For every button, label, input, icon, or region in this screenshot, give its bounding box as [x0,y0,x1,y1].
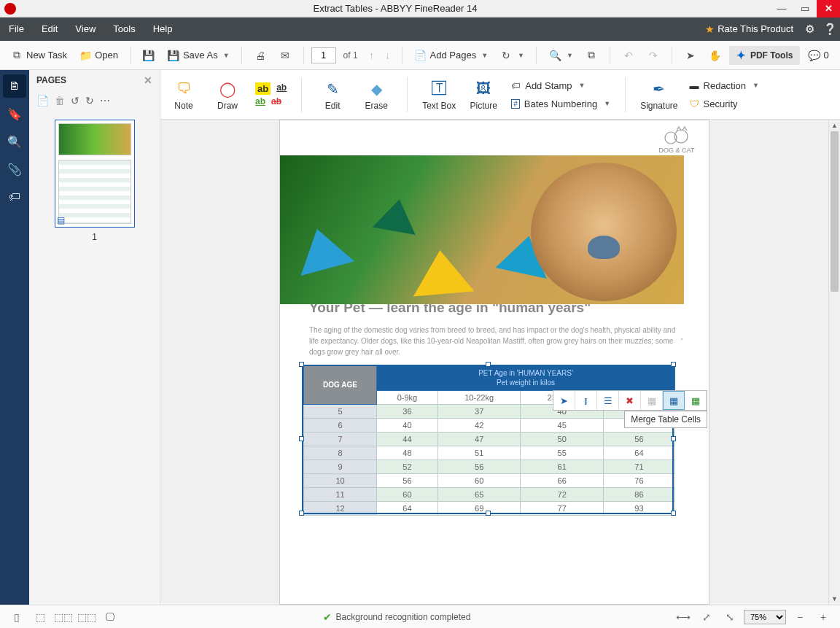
more-icon[interactable]: ⋯ [100,95,110,106]
redaction-button[interactable]: ▬Redaction▼ [690,79,759,93]
fit-width-button[interactable]: ⟷ [674,609,693,625]
nav-search[interactable]: 🔍 [3,130,26,153]
page-up-icon[interactable]: ↑ [365,49,378,62]
minimize-button[interactable]: — [770,0,793,18]
dog-age-table[interactable]: DOG AGEPET Age in 'HUMAN YEARS'Pet weigh… [303,365,675,516]
nav-attachments[interactable]: 📎 [3,158,26,181]
strikethrough-icon[interactable]: ab [271,96,281,106]
menu-view[interactable]: View [66,18,104,41]
picture-icon: 🖼 [473,79,494,99]
underline-icon[interactable]: ab [276,82,287,95]
scroll-up-icon[interactable]: ▲ [829,120,840,131]
zoom-out-button[interactable]: − [790,609,809,625]
page-down-icon[interactable]: ↓ [381,49,394,62]
open-button[interactable]: 📁Open [74,46,122,65]
close-button[interactable]: ✕ [817,0,840,18]
view-continuous[interactable]: ⬚ [31,609,50,625]
main-toolbar: ⧉New Task 📁Open 💾 💾Save As▼ 🖨 ✉ of 1 ↑ ↓… [0,41,840,70]
selection-handle[interactable] [299,511,304,516]
security-button[interactable]: 🛡Security [690,97,759,111]
scroll-down-icon[interactable]: ▼ [829,593,840,605]
signature-button[interactable]: ✒Signature [640,79,677,111]
nav-bookmarks[interactable]: 🔖 [3,102,26,125]
comments-button[interactable]: 💬0 [803,46,833,65]
email-button[interactable]: ✉ [274,46,296,65]
edit-icon: ✎ [322,79,343,99]
rotate-right-icon[interactable]: ↻ [85,95,94,106]
selection-handle[interactable] [671,436,676,441]
chevron-down-icon: ▼ [567,52,573,59]
delete-page-icon[interactable]: 🗑 [55,95,65,106]
page-number-input[interactable] [311,47,336,63]
help-icon[interactable]: ❔ [820,23,840,36]
titlebar: Extract Tables - ABBYY FineReader 14 — ▭… [0,0,840,18]
undo-button[interactable]: ↶ [618,46,639,65]
edit-button[interactable]: ✎Edit [316,79,349,111]
find-button[interactable]: 🔍▼ [544,46,578,65]
undo-icon: ↶ [622,49,635,62]
selection-handle[interactable] [671,362,676,367]
left-nav-strip: 🗎 🔖 🔍 📎 🏷 [0,70,29,605]
rotate-left-icon[interactable]: ↺ [71,95,79,106]
split-cells-tool[interactable]: ▦ [641,391,663,410]
nav-stamps[interactable]: 🏷 [3,185,26,209]
selection-handle[interactable] [486,362,491,367]
menu-file[interactable]: File [0,18,33,41]
settings-icon[interactable]: ⚙ [799,23,820,36]
scrollbar-thumb[interactable] [831,131,839,292]
menu-tools[interactable]: Tools [104,18,144,41]
vertical-scrollbar[interactable]: ▲ ▼ [828,120,840,605]
erase-button[interactable]: ◆Erase [360,79,392,111]
new-task-button[interactable]: ⧉New Task [6,46,71,65]
table-area-tool[interactable]: ▦ [685,391,707,410]
signature-icon: ✒ [649,79,669,99]
pointer-tool[interactable]: ➤ [680,46,701,65]
dog-age-table-area[interactable]: DOG AGEPET Age in 'HUMAN YEARS'Pet weigh… [302,365,687,516]
maximize-button[interactable]: ▭ [793,0,817,18]
add-stamp-button[interactable]: 🏷Add Stamp▼ [511,79,610,93]
table-pointer-tool[interactable]: ➤ [553,391,575,410]
merge-cells-tool[interactable]: ▦ [663,391,685,410]
add-horizontal-line-tool[interactable]: ☰ [597,391,619,410]
selection-handle[interactable] [671,511,676,516]
compare-button[interactable]: ⧉ [580,46,602,65]
close-panel-icon[interactable]: ✕ [144,74,152,86]
add-pages-button[interactable]: 📄Add Pages▼ [410,46,493,65]
zoom-select[interactable]: 75% [744,610,786,624]
rate-product-link[interactable]: Rate This Product [718,18,799,41]
bates-numbering-button[interactable]: #Bates Numbering▼ [511,97,610,111]
redaction-label: Redaction [704,80,747,91]
note-button[interactable]: 🗨Note [168,79,200,111]
selection-handle[interactable] [299,436,304,441]
delete-line-tool[interactable]: ✖ [619,391,641,410]
selection-handle[interactable] [486,511,491,516]
draw-button[interactable]: ◯Draw [211,79,244,111]
menu-help[interactable]: Help [144,18,182,41]
nav-pages[interactable]: 🗎 [3,74,26,98]
pdf-tools-button[interactable]: ✦PDF Tools [729,46,800,65]
page-thumbnail[interactable]: ▤ [55,120,135,228]
highlight-icon[interactable]: ab [255,82,271,95]
document-page: DOG & CAT Your Pet — learn the age in "h… [279,120,709,605]
actual-size-button[interactable]: ⤡ [720,609,739,625]
view-single-page[interactable]: ▯ [7,609,26,625]
document-canvas[interactable]: DOG & CAT Your Pet — learn the age in "h… [160,120,828,605]
view-fullscreen[interactable]: 🖵 [101,609,120,625]
save-button[interactable]: 💾 [138,46,160,65]
picture-button[interactable]: 🖼Picture [467,79,499,111]
hand-tool[interactable]: ✋ [704,46,726,65]
selection-handle[interactable] [299,362,304,367]
menu-edit[interactable]: Edit [33,18,66,41]
view-two-page[interactable]: ⬚⬚ [54,609,73,625]
rotate-button[interactable]: ↻▼ [495,46,529,65]
zoom-in-button[interactable]: + [814,609,833,625]
save-as-button[interactable]: 💾Save As▼ [163,46,234,65]
print-button[interactable]: 🖨 [249,46,271,65]
insert-text-icon[interactable]: ab [255,96,265,106]
view-two-continuous[interactable]: ⬚⬚ [77,609,96,625]
add-vertical-line-tool[interactable]: ⫿ [575,391,597,410]
textbox-button[interactable]: 🅃Text Box [422,79,456,111]
fit-page-button[interactable]: ⤢ [697,609,716,625]
redo-button[interactable]: ↷ [642,46,664,65]
add-page-icon[interactable]: 📄 [36,95,49,106]
